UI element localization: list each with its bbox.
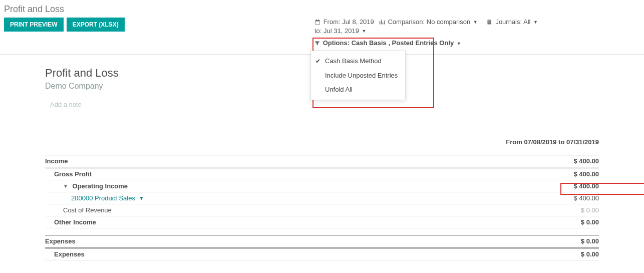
income-value: $ 400.00 bbox=[488, 155, 599, 167]
journals-value: All bbox=[523, 18, 530, 26]
other-income-value: $ 0.00 bbox=[488, 216, 599, 228]
date-to-value: Jul 31, 2019 bbox=[324, 27, 359, 35]
bar-chart-icon bbox=[379, 18, 388, 26]
gross-profit-value: $ 400.00 bbox=[488, 167, 599, 180]
caret-down-icon: ▼ bbox=[457, 41, 461, 46]
options-value: Cash Basis , Posted Entries Only bbox=[352, 39, 454, 47]
product-sales-label[interactable]: 200000 Product Sales ▼ bbox=[45, 192, 488, 204]
expenses-header-label: Expenses bbox=[45, 235, 488, 247]
cost-of-revenue-value: $ 0.00 bbox=[488, 204, 599, 216]
check-icon: ✔ bbox=[315, 57, 320, 66]
product-sales-row[interactable]: 200000 Product Sales ▼ $ 400.00 bbox=[45, 192, 599, 204]
add-note-input[interactable]: Add a note bbox=[45, 97, 599, 138]
calendar-icon bbox=[314, 18, 324, 26]
comparison-filter[interactable]: Comparison: No comparison ▼ bbox=[379, 18, 478, 27]
options-filter[interactable]: Options: Cash Basis , Posted Entries Onl… bbox=[314, 39, 461, 48]
journals-filter[interactable]: Journals: All ▼ bbox=[487, 18, 538, 27]
date-from-value: Jul 8, 2019 bbox=[342, 18, 374, 26]
expenses-header-value: $ 0.00 bbox=[488, 235, 599, 247]
cost-of-revenue-row: Cost of Revenue $ 0.00 bbox=[45, 204, 599, 216]
other-income-label: Other Income bbox=[45, 216, 488, 228]
caret-down-icon: ▼ bbox=[533, 20, 538, 25]
expenses-sub-row: Expenses $ 0.00 bbox=[45, 247, 599, 260]
page-title: Profit and Loss bbox=[4, 4, 640, 15]
option-unfold-all[interactable]: Unfold All bbox=[311, 83, 405, 97]
print-preview-button[interactable]: PRINT PREVIEW bbox=[4, 18, 64, 32]
options-dropdown: ✔ Cash Basis Method Include Unposted Ent… bbox=[310, 51, 406, 100]
expenses-sub-value: $ 0.00 bbox=[488, 247, 599, 260]
option-label: Unfold All bbox=[325, 86, 353, 93]
date-from-label: From: bbox=[324, 18, 341, 26]
journals-label: Journals: bbox=[495, 18, 522, 26]
product-sales-value: $ 400.00 bbox=[488, 192, 599, 204]
operating-income-value: $ 400.00 bbox=[488, 180, 599, 192]
report-table: Income $ 400.00 Gross Profit $ 400.00 ▼ … bbox=[45, 155, 599, 260]
gross-profit-label: Gross Profit bbox=[45, 167, 488, 180]
book-icon bbox=[487, 18, 496, 26]
comparison-label: Comparison: bbox=[388, 18, 425, 26]
options-label: Options: bbox=[323, 39, 350, 47]
filter-icon bbox=[314, 39, 323, 47]
income-label: Income bbox=[45, 155, 488, 167]
date-to-label: to: bbox=[314, 27, 321, 35]
cost-of-revenue-label: Cost of Revenue bbox=[45, 204, 488, 216]
date-filter[interactable]: From: Jul 8, 2019 to: Jul 31, 2019 ▼ bbox=[314, 18, 374, 36]
caret-down-icon[interactable]: ▼ bbox=[63, 183, 68, 189]
operating-income-label: ▼ Operating Income bbox=[45, 180, 488, 192]
caret-down-icon: ▼ bbox=[362, 29, 367, 34]
operating-income-row[interactable]: ▼ Operating Income $ 400.00 bbox=[45, 180, 599, 192]
caret-down-icon[interactable]: ▼ bbox=[139, 195, 144, 201]
option-label: Cash Basis Method bbox=[325, 57, 382, 65]
export-xlsx-button[interactable]: EXPORT (XLSX) bbox=[67, 18, 125, 32]
income-header-row: Income $ 400.00 bbox=[45, 155, 599, 167]
other-income-row: Other Income $ 0.00 bbox=[45, 216, 599, 228]
comparison-value: No comparison bbox=[427, 18, 470, 26]
expenses-header-row: Expenses $ 0.00 bbox=[45, 235, 599, 247]
caret-down-icon: ▼ bbox=[473, 20, 478, 25]
report-date-range: From 07/08/2019 to 07/31/2019 bbox=[45, 138, 599, 146]
option-cash-basis[interactable]: ✔ Cash Basis Method bbox=[311, 54, 405, 68]
expenses-sub-label: Expenses bbox=[45, 247, 488, 260]
option-label: Include Unposted Entries bbox=[325, 72, 398, 79]
option-include-unposted[interactable]: Include Unposted Entries bbox=[311, 69, 405, 83]
gross-profit-row: Gross Profit $ 400.00 bbox=[45, 167, 599, 180]
